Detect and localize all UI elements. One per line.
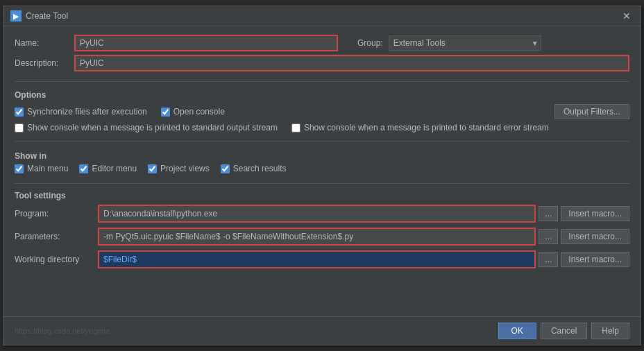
sync-files-label: Synchronize files after execution: [27, 107, 147, 117]
open-console-checkbox-item: Open console: [161, 107, 225, 117]
name-label: Name:: [15, 38, 69, 48]
options-row2: Show console when a message is printed t…: [15, 123, 629, 132]
program-label: Program:: [15, 209, 98, 219]
show-console-stdout-checkbox[interactable]: [15, 123, 24, 132]
close-button[interactable]: ✕: [620, 10, 634, 22]
tool-settings-section: Tool settings Program: ... Insert macro.…: [15, 191, 629, 273]
dialog-body: Name: Group: External Tools ▼ Descriptio…: [3, 26, 641, 316]
project-views-label: Project views: [160, 164, 210, 173]
show-console-stdout-label: Show console when a message is printed t…: [27, 123, 278, 132]
search-results-checkbox[interactable]: [221, 164, 230, 173]
editor-menu-label: Editor menu: [92, 164, 137, 173]
program-input[interactable]: [98, 205, 536, 223]
open-console-checkbox[interactable]: [161, 108, 170, 117]
output-filters-button[interactable]: Output Filters...: [554, 104, 629, 119]
parameters-row: Parameters: ... Insert macro...: [15, 228, 629, 246]
dialog-icon: ▶: [10, 10, 22, 22]
options-section: Options Synchronize files after executio…: [15, 86, 629, 137]
sync-files-checkbox[interactable]: [15, 108, 24, 117]
options-header: Options: [15, 90, 46, 100]
show-in-header: Show in: [15, 151, 46, 161]
editor-menu-item: Editor menu: [79, 164, 137, 173]
group-select[interactable]: External Tools: [389, 35, 541, 51]
parameters-macro-button[interactable]: Insert macro...: [561, 229, 629, 244]
options-left: Synchronize files after execution Open c…: [15, 107, 225, 117]
parameters-label: Parameters:: [15, 232, 98, 241]
main-menu-item: Main menu: [15, 164, 68, 173]
working-dir-label: Working directory: [15, 255, 98, 264]
create-tool-dialog: ▶ Create Tool ✕ Name: Group: External To…: [3, 6, 641, 345]
program-row: Program: ... Insert macro...: [15, 205, 629, 223]
editor-menu-checkbox[interactable]: [79, 164, 88, 173]
show-in-section: Show in Main menu Editor menu Project vi…: [15, 151, 629, 173]
working-dir-ellipsis-button[interactable]: ...: [539, 252, 558, 267]
working-dir-row: Working directory ... Insert macro...: [15, 250, 629, 268]
dialog-footer: https://blog.csdn.net/yogima OK Cancel H…: [3, 316, 641, 345]
group-label: Group:: [357, 38, 383, 48]
parameters-input[interactable]: [98, 228, 536, 246]
group-area: Group: External Tools ▼: [357, 35, 541, 51]
divider-1: [15, 81, 629, 82]
working-dir-input[interactable]: [98, 250, 536, 268]
divider-2: [15, 141, 629, 142]
name-row: Name: Group: External Tools ▼: [15, 35, 629, 51]
main-menu-checkbox[interactable]: [15, 164, 24, 173]
show-console-stderr-item: Show console when a message is printed t…: [291, 123, 549, 132]
open-console-label: Open console: [173, 107, 225, 117]
title-bar-left: ▶ Create Tool: [10, 10, 68, 22]
divider-3: [15, 183, 629, 184]
group-combo-wrapper: External Tools ▼: [389, 35, 541, 51]
project-views-item: Project views: [148, 164, 210, 173]
options-row1: Synchronize files after execution Open c…: [15, 104, 629, 119]
dialog-title: Create Tool: [26, 11, 68, 21]
cancel-button[interactable]: Cancel: [541, 323, 587, 339]
show-console-stderr-checkbox[interactable]: [291, 123, 300, 132]
tool-settings-header: Tool settings: [15, 191, 66, 200]
program-ellipsis-button[interactable]: ...: [539, 206, 558, 221]
program-macro-button[interactable]: Insert macro...: [561, 206, 629, 221]
search-results-label: Search results: [233, 164, 287, 173]
description-input[interactable]: [74, 55, 629, 71]
show-console-stderr-label: Show console when a message is printed t…: [304, 123, 549, 132]
working-dir-macro-button[interactable]: Insert macro...: [561, 252, 629, 267]
name-input[interactable]: [74, 35, 338, 51]
description-label: Description:: [15, 58, 69, 68]
ok-button[interactable]: OK: [498, 323, 536, 339]
description-row: Description:: [15, 55, 629, 71]
show-in-checkboxes: Main menu Editor menu Project views Sear…: [15, 164, 629, 173]
title-bar: ▶ Create Tool ✕: [3, 6, 641, 26]
project-views-checkbox[interactable]: [148, 164, 157, 173]
help-button[interactable]: Help: [591, 323, 629, 339]
parameters-ellipsis-button[interactable]: ...: [539, 229, 558, 244]
main-menu-label: Main menu: [27, 164, 68, 173]
search-results-item: Search results: [221, 164, 287, 173]
watermark: https://blog.csdn.net/yogima: [15, 327, 494, 335]
show-console-stdout-item: Show console when a message is printed t…: [15, 123, 278, 132]
sync-files-checkbox-item: Synchronize files after execution: [15, 107, 147, 117]
